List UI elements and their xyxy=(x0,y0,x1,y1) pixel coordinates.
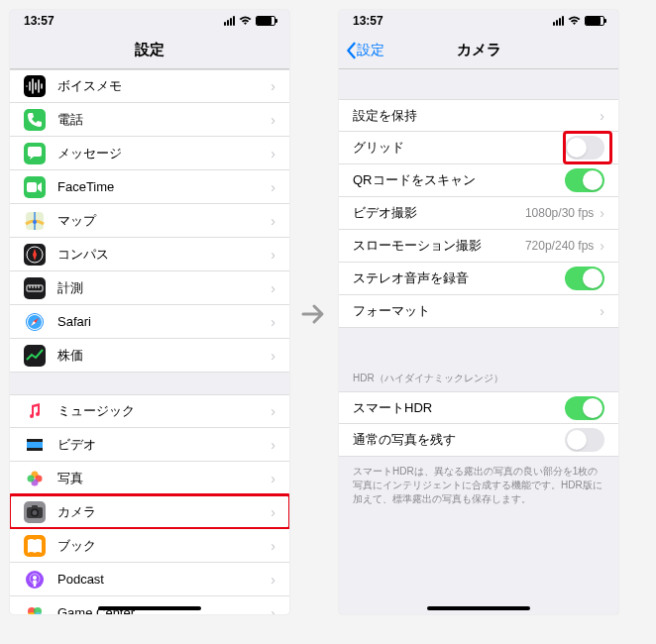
chevron-right-icon: › xyxy=(271,112,275,128)
row-label: フォーマット xyxy=(353,302,600,320)
row-label: 電話 xyxy=(57,111,271,129)
back-button[interactable]: 設定 xyxy=(345,42,384,59)
books-icon xyxy=(24,535,46,557)
chevron-right-icon: › xyxy=(271,179,275,195)
home-indicator[interactable] xyxy=(427,606,530,610)
row-label: 設定を保持 xyxy=(353,107,600,125)
camera-row[interactable]: スローモーション撮影720p/240 fps› xyxy=(339,230,618,263)
chevron-right-icon: › xyxy=(600,205,604,221)
chevron-right-icon: › xyxy=(600,108,604,124)
toggle-switch[interactable] xyxy=(565,168,604,192)
row-label: Safari xyxy=(57,314,271,329)
status-bar: 13:57 xyxy=(10,10,289,32)
chevron-right-icon: › xyxy=(271,213,275,229)
settings-row-video[interactable]: ビデオ› xyxy=(10,428,289,462)
camera-row[interactable]: 設定を保持› xyxy=(339,99,618,132)
svg-point-20 xyxy=(33,576,37,580)
toggle-switch[interactable] xyxy=(565,428,604,452)
settings-row-safari[interactable]: Safari› xyxy=(10,305,289,339)
settings-screen: 13:57 設定 ボイスメモ›電話›メッセージ›FaceTime›マップ›コンパ… xyxy=(10,10,289,614)
settings-row-voice-memo[interactable]: ボイスメモ› xyxy=(10,69,289,103)
home-indicator[interactable] xyxy=(98,606,201,610)
settings-row-compass[interactable]: コンパス› xyxy=(10,238,289,271)
photos-icon xyxy=(24,468,46,489)
svg-point-17 xyxy=(33,510,38,515)
settings-row-music[interactable]: ミュージック› xyxy=(10,394,289,428)
podcast-icon xyxy=(24,569,46,590)
settings-row-gamecenter[interactable]: Game Center› xyxy=(10,596,289,614)
messages-icon xyxy=(24,143,46,164)
measure-icon xyxy=(24,277,46,299)
battery-icon xyxy=(256,16,275,26)
camera-icon xyxy=(24,501,46,523)
chevron-right-icon: › xyxy=(271,280,275,296)
camera-row[interactable]: スマートHDR xyxy=(339,391,618,424)
svg-rect-0 xyxy=(27,182,37,192)
chevron-right-icon: › xyxy=(271,403,275,419)
row-value: 720p/240 fps xyxy=(525,239,594,253)
settings-row-facetime[interactable]: FaceTime› xyxy=(10,170,289,204)
footer-note: スマートHDRは、異なる露出の写真の良い部分を1枚の写真にインテリジェントに合成… xyxy=(339,457,618,514)
camera-row[interactable]: グリッド xyxy=(339,132,618,164)
row-label: マップ xyxy=(57,212,271,230)
settings-row-measure[interactable]: 計測› xyxy=(10,271,289,305)
row-label: ビデオ撮影 xyxy=(353,204,525,222)
wifi-icon xyxy=(239,16,252,26)
row-label: ステレオ音声を録音 xyxy=(353,269,565,287)
chevron-right-icon: › xyxy=(600,303,604,319)
svg-point-14 xyxy=(28,475,35,482)
chevron-right-icon: › xyxy=(271,572,275,588)
chevron-right-icon: › xyxy=(271,538,275,554)
settings-row-messages[interactable]: メッセージ› xyxy=(10,137,289,170)
chevron-right-icon: › xyxy=(271,348,275,364)
camera-row[interactable]: QRコードをスキャン xyxy=(339,164,618,197)
settings-row-stocks[interactable]: 株価› xyxy=(10,339,289,373)
svg-rect-4 xyxy=(27,285,43,291)
row-label: グリッド xyxy=(353,139,565,157)
camera-row[interactable]: 通常の写真を残す xyxy=(339,424,618,457)
settings-row-maps[interactable]: マップ› xyxy=(10,204,289,238)
nav-bar: 設定 カメラ xyxy=(339,32,618,69)
signal-icon xyxy=(224,16,235,26)
row-label: 通常の写真を残す xyxy=(353,431,565,449)
svg-rect-10 xyxy=(27,448,43,451)
toggle-switch[interactable] xyxy=(565,267,604,290)
safari-icon xyxy=(24,311,46,333)
chevron-right-icon: › xyxy=(271,504,275,520)
settings-row-phone[interactable]: 電話› xyxy=(10,103,289,137)
settings-row-books[interactable]: ブック› xyxy=(10,529,289,563)
chevron-left-icon xyxy=(345,42,357,59)
settings-row-photos[interactable]: 写真› xyxy=(10,462,289,495)
chevron-right-icon: › xyxy=(271,78,275,94)
toggle-switch[interactable] xyxy=(565,396,604,420)
toggle-switch[interactable] xyxy=(565,136,604,160)
camera-row[interactable]: フォーマット› xyxy=(339,295,618,328)
row-label: コンパス xyxy=(57,246,271,264)
chevron-right-icon: › xyxy=(271,471,275,486)
row-label: カメラ xyxy=(57,503,271,521)
row-label: ビデオ xyxy=(57,436,271,454)
video-icon xyxy=(24,434,46,456)
status-time: 13:57 xyxy=(353,14,383,28)
row-label: スローモーション撮影 xyxy=(353,237,525,255)
chevron-right-icon: › xyxy=(271,146,275,161)
row-label: 写真 xyxy=(57,470,271,487)
page-title: 設定 xyxy=(135,41,164,59)
camera-row[interactable]: ステレオ音声を録音 xyxy=(339,263,618,295)
back-label: 設定 xyxy=(357,42,384,59)
page-title: カメラ xyxy=(457,41,501,59)
settings-row-camera[interactable]: カメラ› xyxy=(10,495,289,529)
camera-row[interactable]: ビデオ撮影1080p/30 fps› xyxy=(339,197,618,230)
row-label: ミュージック xyxy=(57,402,271,420)
settings-row-podcast[interactable]: Podcast› xyxy=(10,563,289,596)
signal-icon xyxy=(553,16,564,26)
music-icon xyxy=(24,400,46,422)
row-label: Podcast xyxy=(57,572,271,587)
chevron-right-icon: › xyxy=(600,238,604,254)
row-label: ボイスメモ xyxy=(57,77,271,95)
settings-list[interactable]: ボイスメモ›電話›メッセージ›FaceTime›マップ›コンパス›計測›Safa… xyxy=(10,69,289,614)
camera-settings-list[interactable]: 設定を保持›グリッドQRコードをスキャンビデオ撮影1080p/30 fps›スロ… xyxy=(339,69,618,614)
svg-rect-18 xyxy=(32,505,38,508)
facetime-icon xyxy=(24,176,46,198)
row-label: メッセージ xyxy=(57,145,271,162)
